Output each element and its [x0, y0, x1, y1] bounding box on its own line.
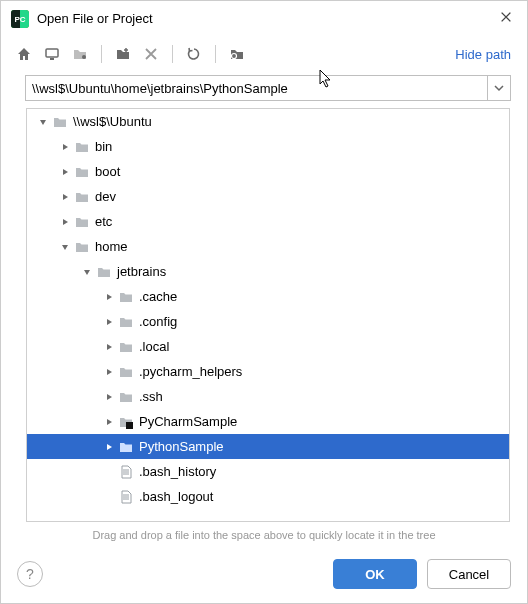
chevron-right-icon[interactable]: [101, 439, 117, 455]
tree-row[interactable]: bin: [27, 134, 509, 159]
desktop-icon[interactable]: [39, 41, 65, 67]
tree-row[interactable]: dev: [27, 184, 509, 209]
tree-row-label: .bash_logout: [139, 489, 213, 504]
drag-drop-hint: Drag and drop a file into the space abov…: [1, 523, 527, 551]
refresh-icon[interactable]: [181, 41, 207, 67]
ok-button[interactable]: OK: [333, 559, 417, 589]
chevron-down-icon[interactable]: [35, 114, 51, 130]
path-input[interactable]: [25, 75, 487, 101]
toolbar-separator: [172, 45, 173, 63]
tree-row[interactable]: .ssh: [27, 384, 509, 409]
titlebar: PC Open File or Project: [1, 1, 527, 37]
file-icon: [117, 488, 135, 506]
file-tree[interactable]: \\wsl$\Ubuntubinbootdevetchomejetbrains.…: [26, 108, 510, 522]
folder-icon: [73, 213, 91, 231]
tree-row-label: PythonSample: [139, 439, 224, 454]
tree-row[interactable]: PyCharmSample: [27, 409, 509, 434]
file-icon: [117, 463, 135, 481]
tree-row[interactable]: jetbrains: [27, 259, 509, 284]
tree-row[interactable]: boot: [27, 159, 509, 184]
pycharm-app-icon: PC: [11, 10, 29, 28]
tree-row[interactable]: \\wsl$\Ubuntu: [27, 109, 509, 134]
folder-icon: [117, 313, 135, 331]
chevron-right-icon[interactable]: [101, 364, 117, 380]
tree-row[interactable]: PythonSample: [27, 434, 509, 459]
home-icon[interactable]: [11, 41, 37, 67]
tree-row[interactable]: .local: [27, 334, 509, 359]
chevron-right-icon[interactable]: [57, 189, 73, 205]
cancel-button[interactable]: Cancel: [427, 559, 511, 589]
tree-row[interactable]: .pycharm_helpers: [27, 359, 509, 384]
path-dropdown-button[interactable]: [487, 75, 511, 101]
svg-rect-4: [50, 58, 54, 60]
folder-icon: [117, 363, 135, 381]
delete-icon[interactable]: [138, 41, 164, 67]
tree-row[interactable]: .cache: [27, 284, 509, 309]
tree-row-label: home: [95, 239, 128, 254]
chevron-placeholder: [101, 464, 117, 480]
tree-row-label: .pycharm_helpers: [139, 364, 242, 379]
tree-row-label: .bash_history: [139, 464, 216, 479]
project-root-icon[interactable]: [67, 41, 93, 67]
chevron-right-icon[interactable]: [101, 389, 117, 405]
folder-icon: [73, 238, 91, 256]
toolbar-separator: [215, 45, 216, 63]
folder-icon: [73, 138, 91, 156]
chevron-right-icon[interactable]: [57, 164, 73, 180]
tree-row-label: .local: [139, 339, 169, 354]
folder-icon: [117, 338, 135, 356]
chevron-down-icon[interactable]: [79, 264, 95, 280]
open-file-dialog: PC Open File or Project: [0, 0, 528, 604]
chevron-right-icon[interactable]: [101, 289, 117, 305]
folder-icon: [73, 188, 91, 206]
tree-row[interactable]: etc: [27, 209, 509, 234]
tree-row[interactable]: .bash_logout: [27, 484, 509, 509]
path-row: [1, 71, 527, 107]
hide-path-link[interactable]: Hide path: [455, 47, 517, 62]
folder-icon: [73, 163, 91, 181]
folder-icon: [95, 263, 113, 281]
svg-rect-7: [126, 422, 133, 429]
tree-row[interactable]: home: [27, 234, 509, 259]
tree-row-label: .config: [139, 314, 177, 329]
folder-icon: [117, 288, 135, 306]
new-folder-icon[interactable]: [110, 41, 136, 67]
project-folder-icon: [117, 413, 135, 431]
chevron-down-icon[interactable]: [57, 239, 73, 255]
tree-row-label: .ssh: [139, 389, 163, 404]
close-icon[interactable]: [495, 6, 517, 32]
chevron-placeholder: [101, 489, 117, 505]
folder-icon: [117, 388, 135, 406]
tree-row-label: PyCharmSample: [139, 414, 237, 429]
chevron-right-icon[interactable]: [57, 139, 73, 155]
svg-point-5: [82, 55, 86, 59]
tree-row-label: boot: [95, 164, 120, 179]
toolbar-separator: [101, 45, 102, 63]
tree-row-label: etc: [95, 214, 112, 229]
tree-row[interactable]: .bash_history: [27, 459, 509, 484]
tree-row[interactable]: .config: [27, 309, 509, 334]
chevron-right-icon[interactable]: [101, 339, 117, 355]
svg-rect-3: [46, 49, 58, 57]
toolbar: Hide path: [1, 37, 527, 71]
tree-row-label: \\wsl$\Ubuntu: [73, 114, 152, 129]
dialog-title: Open File or Project: [37, 11, 495, 26]
tree-row-label: .cache: [139, 289, 177, 304]
tree-row-label: dev: [95, 189, 116, 204]
file-tree-wrap: \\wsl$\Ubuntubinbootdevetchomejetbrains.…: [25, 107, 511, 523]
tree-row-label: bin: [95, 139, 112, 154]
help-button[interactable]: ?: [17, 561, 43, 587]
chevron-right-icon[interactable]: [57, 214, 73, 230]
folder-icon: [117, 438, 135, 456]
svg-text:PC: PC: [14, 15, 25, 24]
show-hidden-icon[interactable]: [224, 41, 250, 67]
chevron-right-icon[interactable]: [101, 414, 117, 430]
folder-icon: [51, 113, 69, 131]
chevron-right-icon[interactable]: [101, 314, 117, 330]
button-row: ? OK Cancel: [1, 551, 527, 603]
tree-row-label: jetbrains: [117, 264, 166, 279]
